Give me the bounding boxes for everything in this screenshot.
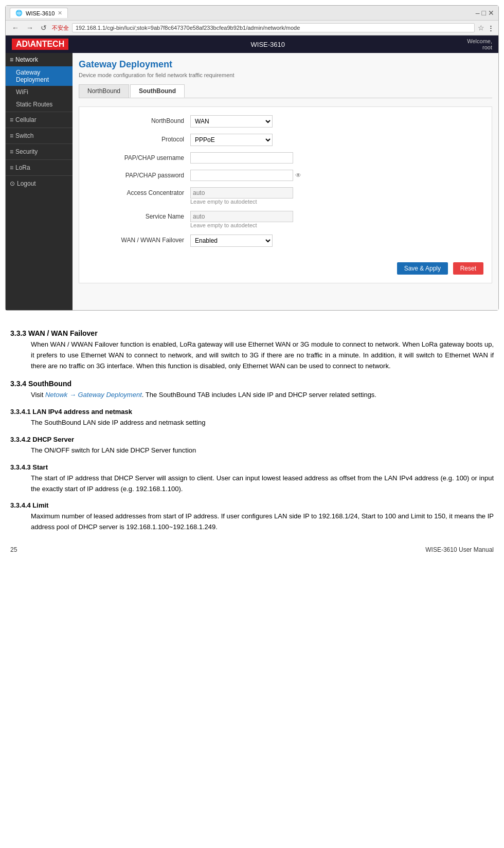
service-name-label: Service Name (87, 211, 190, 220)
sidebar-item-static-routes-label: Static Routes (16, 101, 52, 108)
tab-southbound-label: SouthBound (139, 87, 176, 95)
page-subtitle: Device mode configuration for field netw… (79, 72, 492, 78)
page-title: Gateway Deployment (79, 59, 492, 70)
maximize-button[interactable]: □ (482, 9, 486, 17)
browser-addressbar: ← → ↺ 不安全 ☆ ⋮ (6, 21, 498, 35)
sidebar-section-security-label: Security (15, 148, 38, 155)
sidebar-section-network[interactable]: ≡ Network (6, 53, 73, 66)
service-name-control: Leave empty to autodetect (190, 211, 483, 228)
northbound-label: NorthBound (87, 115, 190, 124)
main-content: Gateway Deployment Device mode configura… (73, 53, 498, 310)
address-bar[interactable] (72, 23, 475, 32)
sidebar-section-lora[interactable]: ≡ LoRa (6, 161, 73, 174)
wan-failover-label: WAN / WWAN Failover (87, 234, 190, 244)
sidebar-divider-4 (6, 159, 73, 160)
section-limit-heading: 3.3.4.4 Limit (10, 501, 494, 509)
form-row-service-name: Service Name Leave empty to autodetect (87, 211, 483, 228)
close-button[interactable]: ✕ (488, 9, 494, 17)
protocol-select[interactable]: PPPoE DHCP Static (190, 134, 273, 146)
sidebar-item-wifi-label: WiFi (16, 88, 28, 96)
browser-titlebar: 🌐 WISE-3610 ✕ – □ ✕ (6, 6, 498, 21)
sidebar-section-logout[interactable]: ⊙ Logout (6, 177, 73, 190)
form-row-access-concentrator: Access Concentrator Leave empty to autod… (87, 187, 483, 205)
wan-failover-select[interactable]: Enabled Disabled (190, 234, 273, 247)
pap-username-label: PAP/CHAP username (87, 152, 190, 161)
network-icon: ≡ (10, 56, 13, 63)
service-name-hint: Leave empty to autodetect (190, 222, 483, 228)
sidebar-item-gateway-label: Gateway Deployment (16, 69, 49, 83)
pap-password-input[interactable] (190, 170, 293, 181)
access-concentrator-hint: Leave empty to autodetect (190, 199, 483, 205)
protocol-control: PPPoE DHCP Static (190, 134, 483, 146)
section-lan-ipv4: 3.3.4.1 LAN IPv4 address and netmask The… (10, 408, 494, 428)
sidebar-section-network-label: Network (15, 56, 38, 63)
forward-button[interactable]: → (24, 23, 35, 33)
form-row-pap-username: PAP/CHAP username (87, 152, 483, 164)
security-indicator: 不安全 (52, 24, 69, 32)
logout-icon: ⊙ (10, 180, 15, 187)
sidebar-section-security[interactable]: ≡ Security (6, 145, 73, 158)
southbound-link[interactable]: Netowk → Gateway Deployment (45, 391, 142, 399)
pap-password-label: PAP/CHAP password (87, 170, 190, 179)
reload-button[interactable]: ↺ (39, 23, 49, 33)
pap-username-input[interactable] (190, 152, 293, 164)
tab-southbound[interactable]: SouthBound (130, 84, 185, 98)
service-name-input[interactable] (190, 211, 293, 222)
tab-title: WISE-3610 (26, 10, 55, 16)
reset-button[interactable]: Reset (453, 262, 483, 275)
section-start-body: The start of IP address that DHCP Server… (31, 473, 494, 495)
bookmark-icon[interactable]: ☆ (478, 24, 484, 32)
sidebar-divider-1 (6, 112, 73, 112)
section-southbound: 3.3.4 SouthBound Visit Netowk → Gateway … (10, 380, 494, 401)
tab-close-button[interactable]: ✕ (58, 10, 62, 16)
cellular-icon: ≡ (10, 116, 13, 123)
pap-password-input-group: 👁 (190, 170, 483, 181)
section-lan-ipv4-body: The SouthBound LAN side IP address and n… (31, 418, 494, 428)
northbound-control: WAN LAN (190, 115, 483, 128)
app-container: AD\ANTECH WISE-3610 Welcome,root ≡ Netwo… (6, 35, 498, 310)
page-footer: 25 WISE-3610 User Manual (0, 542, 504, 557)
browser-window: 🌐 WISE-3610 ✕ – □ ✕ ← → ↺ 不安全 ☆ ⋮ AD\ANT… (5, 5, 499, 311)
access-concentrator-control: Leave empty to autodetect (190, 187, 483, 205)
section-limit-body: Maximum number of leased addresses from … (31, 511, 494, 533)
security-icon: ≡ (10, 148, 13, 155)
form-row-northbound: NorthBound WAN LAN (87, 115, 483, 128)
sidebar-divider-3 (6, 143, 73, 144)
page-number: 25 (10, 546, 17, 553)
sidebar-section-cellular-label: Cellular (15, 116, 37, 123)
sidebar-item-wifi[interactable]: WiFi (6, 86, 73, 98)
form-row-pap-password: PAP/CHAP password 👁 (87, 170, 483, 181)
section-dhcp-server-body: The ON/OFF switch for LAN side DHCP Serv… (31, 445, 494, 456)
pap-password-control: 👁 (190, 170, 483, 181)
section-lan-ipv4-heading: 3.3.4.1 LAN IPv4 address and netmask (10, 408, 494, 416)
section-wan-failover: 3.3.3 WAN / WAN Failover When WAN / WWAN… (10, 329, 494, 371)
section-dhcp-server: 3.3.4.2 DHCP Server The ON/OFF switch fo… (10, 436, 494, 456)
menu-icon[interactable]: ⋮ (488, 24, 494, 32)
sidebar-divider-2 (6, 128, 73, 128)
browser-tab[interactable]: 🌐 WISE-3610 ✕ (10, 8, 68, 18)
sidebar-item-static-routes[interactable]: Static Routes (6, 98, 73, 111)
app-logo: AD\ANTECH (12, 39, 68, 50)
back-button[interactable]: ← (10, 23, 21, 33)
tab-northbound[interactable]: NorthBound (79, 84, 129, 98)
sidebar-item-gateway-deployment[interactable]: Gateway Deployment (6, 66, 73, 86)
sidebar-section-lora-label: LoRa (15, 164, 30, 171)
form-row-protocol: Protocol PPPoE DHCP Static (87, 134, 483, 146)
section-wan-failover-heading: 3.3.3 WAN / WAN Failover (10, 329, 494, 337)
section-southbound-body: Visit Netowk → Gateway Deployment. The S… (31, 390, 494, 401)
tab-bar: NorthBound SouthBound (79, 84, 492, 98)
section-southbound-heading: 3.3.4 SouthBound (10, 380, 494, 388)
minimize-button[interactable]: – (476, 9, 480, 17)
form-container: NorthBound WAN LAN Protocol (79, 106, 492, 283)
sidebar-section-cellular[interactable]: ≡ Cellular (6, 113, 73, 127)
section-start: 3.3.4.3 Start The start of IP address th… (10, 463, 494, 495)
show-password-icon[interactable]: 👁 (295, 172, 301, 179)
save-apply-button[interactable]: Save & Apply (397, 262, 448, 275)
access-concentrator-label: Access Concentrator (87, 187, 190, 196)
sidebar-section-switch[interactable]: ≡ Switch (6, 129, 73, 142)
access-concentrator-input[interactable] (190, 187, 293, 199)
northbound-select[interactable]: WAN LAN (190, 115, 273, 128)
protocol-label: Protocol (87, 134, 190, 143)
sidebar-section-logout-label: Logout (17, 180, 36, 187)
button-row: Save & Apply Reset (87, 257, 483, 275)
